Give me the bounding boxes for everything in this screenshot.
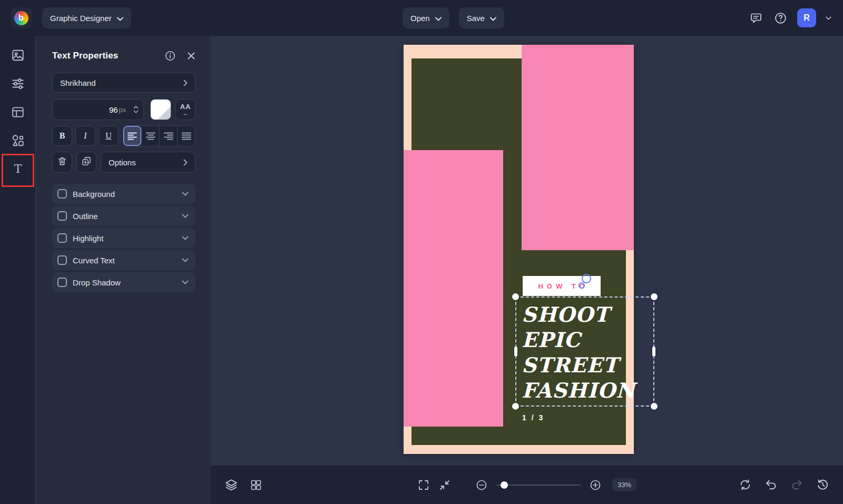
section-label: Background: [73, 190, 115, 199]
tool-sidebar: T: [0, 36, 36, 504]
feedback-comment-icon[interactable]: [749, 11, 763, 25]
zoom-level-badge: 33%: [612, 478, 636, 491]
highlight-checkbox[interactable]: [57, 233, 67, 243]
pink-rectangle-top-right[interactable]: [522, 45, 634, 250]
app-logo[interactable]: b: [11, 7, 32, 28]
align-center-button[interactable]: [141, 126, 159, 146]
sidebar-item-templates[interactable]: [6, 104, 30, 122]
zoom-in-icon[interactable]: [589, 479, 602, 491]
drop-shadow-checkbox[interactable]: [57, 278, 67, 287]
section-outline[interactable]: Outline: [52, 206, 195, 226]
info-icon[interactable]: [165, 51, 175, 61]
zoom-slider[interactable]: [496, 481, 581, 489]
underline-button[interactable]: U: [99, 126, 119, 146]
alignment-group: [123, 125, 195, 146]
align-justify-button[interactable]: [177, 126, 195, 146]
graphic-designer-app: b Graphic Designer Open Save: [0, 0, 843, 504]
chevron-down-icon: [182, 258, 189, 262]
font-size-stepper[interactable]: [133, 105, 139, 114]
bottom-toolbar: 33%: [211, 466, 843, 504]
app-menu-button[interactable]: Graphic Designer: [42, 7, 131, 28]
user-avatar[interactable]: R: [797, 8, 816, 27]
align-left-button[interactable]: [123, 126, 141, 146]
file-actions: Open Save: [403, 7, 504, 28]
action-row: Options: [52, 152, 195, 173]
section-highlight[interactable]: Highlight: [52, 228, 195, 248]
redo-icon[interactable]: [790, 478, 803, 491]
panel-title: Text Properties: [52, 51, 119, 61]
reset-rotate-icon[interactable]: [739, 478, 752, 491]
templates-icon: [11, 105, 25, 121]
section-background[interactable]: Background: [52, 184, 195, 204]
zoom-slider-track[interactable]: [496, 485, 581, 486]
curved-text-checkbox[interactable]: [57, 255, 67, 265]
sidebar-item-image-manager[interactable]: [6, 47, 30, 65]
zoom-out-icon[interactable]: [475, 479, 488, 491]
chevron-down-icon: [490, 14, 496, 23]
open-label: Open: [410, 14, 430, 23]
undo-icon[interactable]: [764, 478, 778, 491]
fullscreen-icon[interactable]: [417, 479, 430, 491]
help-icon[interactable]: [773, 11, 788, 25]
befunky-logo-icon: b: [14, 11, 28, 25]
text-tool-icon: T: [11, 162, 25, 178]
pink-rectangle-left[interactable]: [404, 150, 503, 427]
font-family-value: Shrikhand: [60, 78, 96, 87]
section-label: Drop Shadow: [73, 278, 121, 287]
letter-spacing-button[interactable]: AA ↔: [175, 99, 195, 120]
eyebrow-text-layer[interactable]: HOW TO: [523, 276, 601, 296]
selection-handle-se[interactable]: [651, 403, 658, 410]
section-label: Outline: [73, 212, 98, 221]
font-size-input[interactable]: 96 px: [52, 99, 144, 120]
selection-handle-east[interactable]: [652, 347, 655, 357]
section-drop-shadow[interactable]: Drop Shadow: [52, 272, 195, 292]
layers-icon[interactable]: [224, 478, 238, 492]
text-properties-panel: Text Properties Shrikhand: [36, 36, 211, 504]
fit-to-screen-icon[interactable]: [438, 479, 451, 491]
selection-handle-west[interactable]: [514, 347, 517, 357]
font-size-unit: px: [119, 106, 126, 114]
section-curved-text[interactable]: Curved Text: [52, 250, 195, 270]
zoom-slider-knob[interactable]: [501, 481, 508, 489]
shapes-icon: [11, 134, 25, 150]
pages-grid-icon[interactable]: [250, 479, 262, 491]
selection-handle-ne[interactable]: [651, 293, 658, 300]
sidebar-item-graphics[interactable]: [6, 133, 30, 151]
close-icon[interactable]: [187, 52, 195, 60]
options-label: Options: [109, 158, 136, 167]
font-size-value: 96: [109, 105, 118, 114]
sidebar-item-text[interactable]: T: [6, 161, 30, 179]
chevron-down-icon: [117, 14, 123, 23]
background-checkbox[interactable]: [57, 189, 67, 199]
design-canvas[interactable]: HOW TO SHOOT EPIC STREET FASHION 1 / 3: [211, 36, 843, 504]
align-right-button[interactable]: [159, 126, 177, 146]
font-family-select[interactable]: Shrikhand: [52, 73, 195, 93]
outline-checkbox[interactable]: [57, 211, 67, 221]
pagination-text-layer[interactable]: 1 / 3: [522, 413, 544, 422]
svg-text:T: T: [14, 162, 22, 175]
sidebar-item-edit[interactable]: [6, 76, 30, 94]
bold-button[interactable]: B: [52, 126, 72, 146]
chevron-down-icon: [182, 236, 189, 240]
letter-spacing-icon: AA: [180, 103, 191, 110]
section-label: Curved Text: [73, 256, 115, 265]
history-icon[interactable]: [816, 478, 829, 491]
size-row: 96 px AA ↔: [52, 99, 195, 120]
selection-box[interactable]: [515, 297, 654, 407]
chevron-right-icon: [183, 159, 188, 166]
save-button[interactable]: Save: [459, 7, 504, 28]
sliders-icon: [11, 77, 25, 93]
topbar-right: R: [749, 0, 831, 36]
italic-button[interactable]: I: [75, 126, 95, 146]
open-button[interactable]: Open: [403, 7, 449, 28]
account-chevron-down-icon[interactable]: [826, 16, 831, 20]
text-color-swatch[interactable]: [150, 99, 171, 120]
selection-handle-nw[interactable]: [512, 293, 519, 300]
duplicate-button[interactable]: [76, 152, 96, 173]
trash-icon: [57, 156, 67, 169]
selection-handle-sw[interactable]: [512, 403, 519, 410]
chevron-down-icon: [435, 14, 442, 23]
options-button[interactable]: Options: [101, 152, 195, 173]
delete-button[interactable]: [52, 152, 72, 173]
topbar: b Graphic Designer Open Save: [0, 0, 843, 36]
